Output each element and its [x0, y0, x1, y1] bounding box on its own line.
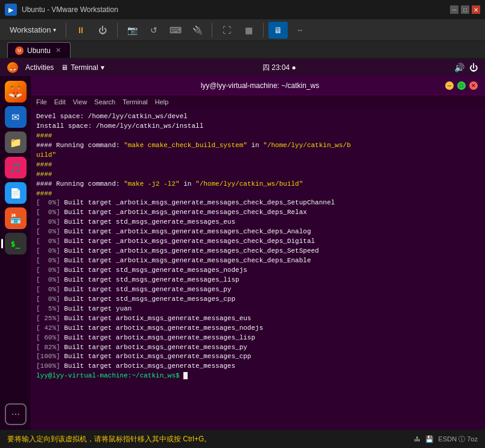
ubuntu-topbar: 🦊 Activities 🖥 Terminal ▾ 四 23:04 ● 🔊 ⏻ [0, 59, 485, 76]
send-key-button[interactable]: ⌨ [166, 22, 185, 39]
prompt-text: lyy@lyy-virtual-machine:~/catkin_ws$ [36, 372, 180, 379]
toolbar-separator-3 [212, 23, 212, 37]
ubuntu-tab-icon: U [15, 46, 24, 55]
email-dock-icon: ✉ [11, 112, 19, 123]
term-menu-edit[interactable]: Edit [54, 98, 66, 106]
network-icon: 🖧 [414, 435, 420, 443]
dock-terminal[interactable]: $_ [5, 233, 27, 254]
revert-button[interactable]: ↺ [144, 22, 163, 39]
toolbar-separator-4 [263, 23, 264, 37]
output-line-4: #### [36, 160, 480, 170]
dock-firefox[interactable]: 🦊 [5, 81, 27, 103]
output-line-15: [ 0%] Built target std_msgs_generate_mes… [36, 266, 480, 276]
apps-dock-icon: ⋯ [11, 409, 20, 419]
term-menu-terminal[interactable]: Terminal [122, 98, 148, 106]
power-button[interactable]: ⏻ [93, 22, 112, 39]
pause-button[interactable]: ⏸ [71, 22, 90, 39]
ubuntu-tab-label: Ubuntu [27, 46, 51, 55]
terminal-title: lyy@lyy-virtual-machine: ~/catkin_ws [201, 81, 320, 90]
output-line-2: #### [36, 131, 480, 141]
power-topbar-icon[interactable]: ⏻ [469, 63, 478, 72]
terminal-app-menu: File Edit View Search Terminal Help [31, 95, 485, 109]
output-line-16: [ 0%] Built target std_msgs_generate_mes… [36, 276, 480, 285]
output-line-6: #### Running command: "make -j2 -l2" in … [36, 180, 480, 189]
menu-bar: Workstation ▾ ⏸ ⏻ 📷 ↺ ⌨ 🔌 ⛶ ▦ 🖥 ↔ [0, 19, 485, 41]
ubuntu-topbar-time: 四 23:04 ● [262, 63, 296, 73]
hdd-icon: 💾 [425, 435, 434, 443]
prompt-line: lyy@lyy-virtual-machine:~/catkin_ws$ [36, 371, 480, 381]
stretched-view-button[interactable]: ↔ [290, 22, 309, 39]
libreoffice-dock-icon: 📄 [10, 188, 22, 199]
ubuntu-tab[interactable]: U Ubuntu ✕ [7, 42, 71, 58]
dock-libreoffice[interactable]: 📄 [5, 182, 27, 204]
output-line-13: [ 0%] Built target _arbotix_msgs_generat… [36, 247, 480, 256]
terminal-area: lyy@lyy-virtual-machine: ~/catkin_ws ─ □… [31, 76, 485, 430]
term-menu-search[interactable]: Search [94, 98, 115, 106]
workstation-label: Workstation [10, 25, 51, 34]
status-hint-text: 要将输入定向到该虚拟机，请将鼠标指针移入其中或按 Ctrl+G。 [7, 434, 211, 444]
ubuntu-tab-close[interactable]: ✕ [54, 46, 63, 55]
output-line-25: [100%] Built target arbotix_msgs_generat… [36, 362, 480, 371]
vm-tab-bar: U Ubuntu ✕ [0, 41, 485, 59]
output-line-5: #### [36, 170, 480, 180]
fullscreen-button[interactable]: ⛶ [217, 22, 236, 39]
output-line-18: [ 0%] Built target std_msgs_generate_mes… [36, 295, 480, 304]
output-line-1: Install space: /home/lyy/catkin_ws/insta… [36, 122, 480, 131]
output-line-21: [ 42%] Built target arbotix_msgs_generat… [36, 324, 480, 333]
dock: 🦊 ✉ 📁 🎵 📄 🏪 $_ ⋯ [0, 76, 31, 430]
dock-email[interactable]: ✉ [5, 106, 27, 128]
firefox-icon[interactable]: 🦊 [7, 62, 18, 73]
files-dock-icon: 📁 [10, 137, 22, 148]
vmware-logo: ▶ [5, 4, 17, 16]
window-controls: ─ □ ✕ [450, 5, 480, 14]
term-menu-help[interactable]: Help [155, 98, 169, 106]
term-menu-view[interactable]: View [73, 98, 87, 106]
usb-button[interactable]: 🔌 [188, 22, 207, 39]
maximize-button[interactable]: □ [461, 5, 469, 14]
output-line-8: [ 0%] Built target _arbotix_msgs_generat… [36, 198, 480, 208]
output-line-7: #### [36, 189, 480, 199]
term-menu-file[interactable]: File [36, 98, 47, 106]
output-line-14: [ 0%] Built target _arbotix_msgs_generat… [36, 256, 480, 266]
dock-files[interactable]: 📁 [5, 131, 27, 153]
output-line-22: [ 60%] Built target arbotix_msgs_generat… [36, 333, 480, 343]
output-line-24: [100%] Built target arbotix_msgs_generat… [36, 352, 480, 362]
term-maximize-btn[interactable]: □ [457, 81, 466, 90]
title-bar: ▶ Ubuntu - VMware Workstation ─ □ ✕ [0, 0, 485, 19]
output-line-9: [ 0%] Built target _arbotix_msgs_generat… [36, 208, 480, 218]
terminal-titlebar: lyy@lyy-virtual-machine: ~/catkin_ws ─ □… [31, 76, 485, 95]
toolbar-separator-1 [66, 23, 66, 37]
term-minimize-btn[interactable]: ─ [445, 81, 454, 90]
output-line-11: [ 0%] Built target _arbotix_msgs_generat… [36, 227, 480, 237]
minimize-button[interactable]: ─ [450, 5, 458, 14]
output-line-12: [ 0%] Built target _arbotix_msgs_generat… [36, 237, 480, 247]
terminal-wrapper: 🦊 ✉ 📁 🎵 📄 🏪 $_ ⋯ [0, 76, 485, 430]
title-text: Ubuntu - VMware Workstation [22, 5, 118, 14]
ubuntu-topbar-left: 🦊 Activities 🖥 Terminal ▾ [7, 62, 104, 73]
appstore-dock-icon: 🏪 [10, 213, 22, 224]
output-line-17: [ 0%] Built target std_msgs_generate_mes… [36, 285, 480, 295]
terminal-menu-button[interactable]: 🖥 Terminal ▾ [61, 63, 104, 72]
volume-icon[interactable]: 🔊 [454, 63, 464, 72]
output-line-23: [ 82%] Built target arbotix_msgs_generat… [36, 343, 480, 353]
dock-apps[interactable]: ⋯ [5, 403, 27, 425]
status-bar: 要将输入定向到该虚拟机，请将鼠标指针移入其中或按 Ctrl+G。 🖧 💾 ESD… [0, 430, 485, 448]
console-view-button[interactable]: 🖥 [268, 22, 288, 39]
music-dock-icon: 🎵 [10, 162, 22, 174]
unity-button[interactable]: ▦ [239, 22, 258, 39]
snapshot-button[interactable]: 📷 [122, 22, 142, 39]
workstation-menu[interactable]: Workstation ▾ [5, 23, 61, 37]
terminal-output[interactable]: Devel space: /home/lyy/catkin_ws/devel I… [31, 109, 485, 430]
output-line-10: [ 0%] Built target std_msgs_generate_mes… [36, 218, 480, 227]
dock-music[interactable]: 🎵 [5, 157, 27, 178]
activities-button[interactable]: Activities [25, 63, 54, 72]
term-close-btn[interactable]: ✕ [469, 81, 478, 90]
close-button[interactable]: ✕ [472, 5, 480, 14]
output-line-19: [ 5%] Built target yuan [36, 304, 480, 314]
firefox-dock-icon: 🦊 [8, 84, 23, 99]
status-right-info: ESDN ⓘ 7oz [439, 435, 478, 444]
status-bar-right: 🖧 💾 ESDN ⓘ 7oz [414, 435, 478, 444]
dock-appstore[interactable]: 🏪 [5, 207, 27, 229]
terminal-menu-label: Terminal [71, 63, 98, 72]
ubuntu-topbar-right: 🔊 ⏻ [454, 63, 478, 72]
